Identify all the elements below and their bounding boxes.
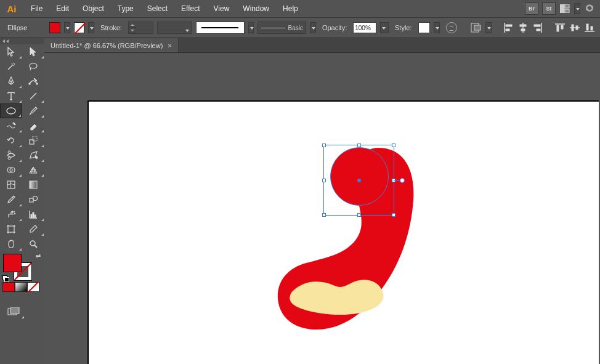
document-tab-bar: Untitled-1* @ 66.67% (RGB/Preview) ×: [44, 38, 600, 53]
close-tab-icon[interactable]: ×: [168, 42, 171, 49]
stock-icon[interactable]: St: [542, 2, 556, 15]
opacity-input[interactable]: [353, 22, 376, 33]
color-mode-none[interactable]: [27, 282, 39, 292]
fill-dropdown[interactable]: [64, 22, 70, 33]
svg-rect-1: [565, 4, 569, 8]
eyedropper-tool[interactable]: [0, 192, 22, 207]
column-graph-tool[interactable]: [22, 207, 44, 222]
magic-wand-tool[interactable]: [0, 59, 22, 74]
opacity-dropdown[interactable]: [380, 22, 389, 33]
curvature-tool[interactable]: [22, 74, 44, 89]
menu-select[interactable]: Select: [141, 1, 174, 16]
stroke-profile-dropdown[interactable]: [248, 22, 254, 33]
blend-tool[interactable]: [22, 192, 44, 207]
align-right-icon[interactable]: [532, 22, 543, 33]
style-dropdown[interactable]: [434, 22, 440, 33]
color-mode-solid[interactable]: [2, 282, 15, 292]
artboard[interactable]: [87, 100, 599, 364]
line-segment-tool[interactable]: [22, 89, 44, 103]
opacity-label: Opacity:: [320, 24, 349, 31]
menu-view[interactable]: View: [208, 1, 236, 16]
brush-dropdown[interactable]: [310, 22, 316, 33]
paintbrush-tool[interactable]: [22, 103, 44, 118]
lasso-tool[interactable]: [22, 59, 44, 74]
swap-fill-stroke-icon[interactable]: ⇄: [36, 253, 41, 259]
arrange-dropdown[interactable]: [574, 3, 580, 14]
selection-type-label: Ellipse: [5, 24, 30, 31]
menu-window[interactable]: Window: [237, 1, 275, 16]
hand-tool[interactable]: [0, 237, 22, 251]
color-mode-gradient[interactable]: [15, 282, 27, 292]
artwork-cream-shape[interactable]: [284, 274, 389, 317]
stroke-weight-input[interactable]: [128, 22, 153, 34]
style-label: Style:: [392, 24, 415, 31]
stroke-profile-uniform[interactable]: [196, 22, 244, 34]
align-to-icon[interactable]: [471, 23, 482, 33]
shaper-tool[interactable]: [0, 118, 22, 133]
screen-mode-tool[interactable]: [2, 304, 25, 319]
svg-rect-47: [10, 307, 19, 313]
align-bottom-icon[interactable]: [584, 22, 595, 33]
tools-panel: ⇄: [0, 38, 44, 364]
svg-point-27: [7, 108, 15, 114]
free-transform-tool[interactable]: [22, 148, 44, 163]
align-hcenter-icon[interactable]: [517, 22, 529, 33]
menu-object[interactable]: Object: [76, 1, 110, 16]
menu-effect[interactable]: Effect: [175, 1, 206, 16]
control-bar: Ellipse Stroke: Basic Opacity: Style:: [0, 17, 600, 38]
document-tab[interactable]: Untitled-1* @ 66.67% (RGB/Preview) ×: [44, 38, 179, 52]
graphic-style-swatch[interactable]: [418, 22, 431, 33]
menu-bar: Ai File Edit Object Type Select Effect V…: [0, 0, 600, 17]
svg-rect-2: [565, 9, 569, 13]
svg-point-39: [14, 213, 15, 214]
selection-tool[interactable]: [0, 44, 22, 59]
menu-help[interactable]: Help: [277, 1, 304, 16]
brush-definition[interactable]: Basic: [257, 22, 306, 34]
pen-tool[interactable]: [0, 74, 22, 89]
gradient-tool[interactable]: [22, 177, 44, 192]
rotate-tool[interactable]: [0, 133, 22, 148]
default-fill-stroke-icon[interactable]: [2, 275, 9, 281]
eraser-tool[interactable]: [22, 118, 44, 133]
direct-selection-tool[interactable]: [22, 44, 44, 59]
bridge-icon[interactable]: Br: [525, 2, 538, 15]
shape-builder-tool[interactable]: [0, 163, 22, 177]
stroke-dropdown[interactable]: [88, 22, 94, 33]
slice-tool[interactable]: [22, 222, 44, 237]
fill-stroke-swatches[interactable]: ⇄: [0, 251, 44, 282]
sync-settings-icon[interactable]: [584, 2, 595, 15]
artwork-red-circle[interactable]: [330, 147, 389, 206]
stroke-color-swatch[interactable]: [74, 22, 85, 33]
fill-color-swatch[interactable]: [49, 22, 60, 33]
align-to-dropdown[interactable]: [485, 22, 492, 33]
perspective-grid-tool[interactable]: [22, 163, 44, 177]
type-tool[interactable]: [0, 89, 22, 103]
svg-rect-22: [591, 26, 593, 30]
svg-rect-25: [36, 83, 38, 84]
mesh-tool[interactable]: [0, 177, 22, 192]
artboard-tool[interactable]: [0, 222, 22, 237]
symbol-sprayer-tool[interactable]: [0, 207, 22, 222]
variable-width-dropdown[interactable]: [157, 22, 192, 34]
svg-rect-15: [557, 25, 559, 31]
arrange-documents-icon[interactable]: [559, 3, 570, 14]
zoom-tool[interactable]: [22, 237, 44, 251]
scale-tool[interactable]: [22, 133, 44, 148]
svg-rect-34: [7, 181, 15, 188]
svg-point-31: [8, 157, 10, 160]
fill-swatch-large[interactable]: [3, 254, 22, 272]
svg-rect-19: [576, 26, 578, 30]
collapse-dock-icon[interactable]: [0, 38, 44, 44]
recolor-artwork-icon[interactable]: [446, 22, 457, 33]
menu-type[interactable]: Type: [111, 1, 140, 16]
menu-edit[interactable]: Edit: [50, 1, 75, 16]
align-top-icon[interactable]: [554, 22, 566, 33]
app-logo-icon: Ai: [5, 2, 18, 15]
canvas-viewport[interactable]: [44, 54, 600, 364]
ellipse-tool[interactable]: [0, 103, 22, 118]
align-left-icon[interactable]: [503, 22, 514, 33]
align-vcenter-icon[interactable]: [569, 22, 580, 33]
menu-file[interactable]: File: [25, 1, 49, 16]
width-tool[interactable]: [0, 148, 22, 163]
svg-rect-16: [561, 25, 563, 29]
